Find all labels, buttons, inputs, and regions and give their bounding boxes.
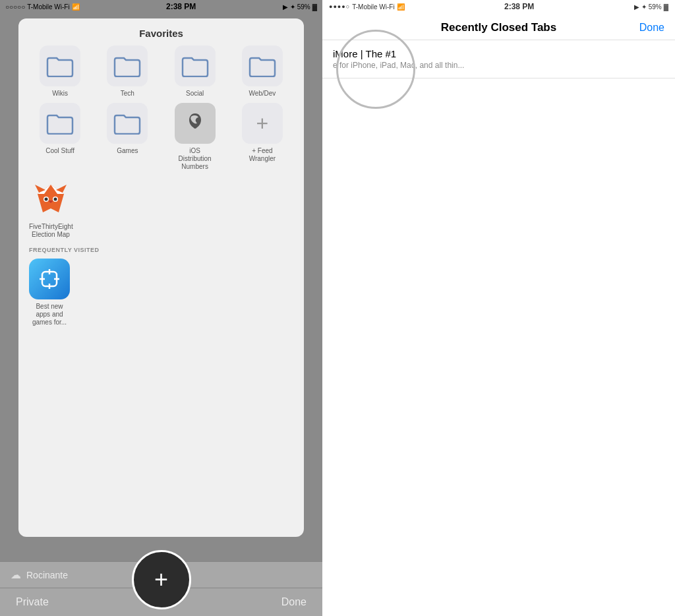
fav-wikis-icon [40,46,80,86]
fav-feed-wrangler[interactable]: + + Feed Wrangler [231,103,293,171]
status-bar-right: ●●●●○ T-Mobile Wi-Fi 📶 2:38 PM ▶ ✦ 59% ▓ [322,0,675,13]
svg-point-5 [45,198,48,201]
safari-sheet: Favorites Wikis [18,18,304,537]
svg-point-6 [54,198,57,201]
time-right: 2:38 PM [504,2,534,11]
location-icon-left: ▶ [283,3,288,11]
freq-appstore[interactable]: Best new apps and games for... [29,259,70,326]
fav-webdev-label: Web/Dev [249,90,276,98]
fav-wikis-label: Wikis [52,90,68,98]
fav-fox-icon [30,179,71,220]
done-button-right[interactable]: Done [639,22,664,34]
status-bar-left: ○○○○○ T-Mobile Wi-Fi 📶 2:38 PM ▶ ✦ 59% ▓ [0,0,322,13]
plus-icon: + [154,568,168,592]
signal-dots: ○○○○○ [5,3,25,11]
fav-ios-dist[interactable]: iOS Distribution Numbers [164,103,226,171]
fav-feed-wrangler-icon: + [242,103,283,144]
fav-social-label: Social [186,90,204,98]
favorites-grid: Wikis Tech Social [18,46,304,179]
bluetooth-icon-left: ✦ [290,3,295,11]
signal-carrier: ○○○○○ T-Mobile Wi-Fi 📶 [5,3,80,11]
fav-wikis[interactable]: Wikis [29,46,91,98]
carrier-name: T-Mobile Wi-Fi [27,3,69,11]
carrier-right: T-Mobile Wi-Fi [352,3,394,11]
fav-coolstuff-label: Cool Stuff [45,147,74,155]
fav-fivethirtyeight[interactable]: FiveThirtyEight Election Map [29,179,73,239]
battery-left: 59% [297,3,310,11]
tab-imore-title: iMore | The #1 [333,48,664,59]
time-left: 2:38 PM [166,2,196,11]
bottom-bar: ☁ Rocinante Private + Done [0,537,322,616]
fav-tech-label: Tech [121,90,134,98]
battery-bar-left: ▓ [312,3,317,11]
bluetooth-icon-right: ✦ [641,3,647,11]
closed-tab-imore[interactable]: iMore | The #1 e for iPhone, iPad, Mac, … [322,40,675,78]
recently-closed-header: Recently Closed Tabs Done [322,13,675,40]
fav-tech[interactable]: Tech [96,46,158,98]
fav-games-icon [107,103,148,144]
fav-tech-icon [107,46,148,86]
done-button-left[interactable]: Done [281,596,307,608]
icloud-label: Rocinante [26,570,68,580]
tab-imore-url: e for iPhone, iPad, Mac, and all thin... [333,61,664,70]
fav-games[interactable]: Games [96,103,158,171]
wifi-icon: 📶 [72,3,80,11]
fav-social-icon [175,46,216,86]
signal-carrier-right: ●●●●○ T-Mobile Wi-Fi 📶 [329,3,405,11]
fav-coolstuff-icon [40,103,80,144]
recently-closed-title: Recently Closed Tabs [441,21,556,34]
signal-dots-right: ●●●●○ [329,3,350,10]
private-button[interactable]: Private [16,596,49,608]
battery-right-group: ▶ ✦ 59% ▓ [634,3,668,11]
right-panel: ●●●●○ T-Mobile Wi-Fi 📶 2:38 PM ▶ ✦ 59% ▓… [322,0,675,616]
freq-appstore-label: Best new apps and games for... [29,303,70,326]
fav-webdev-icon [242,46,283,86]
frequently-visited-section: FREQUENTLY VISITED Best new apps and gam… [18,247,304,332]
location-icon-right: ▶ [634,3,639,11]
fav-coolstuff[interactable]: Cool Stuff [29,103,91,171]
closed-tabs-list: iMore | The #1 e for iPhone, iPad, Mac, … [322,40,675,78]
fav-feed-wrangler-label: + Feed Wrangler [241,147,284,163]
new-tab-button[interactable]: + [132,550,191,609]
icloud-icon: ☁ [11,569,21,581]
fav-fivethirtyeight-label: FiveThirtyEight Election Map [29,223,73,239]
left-panel: ○○○○○ T-Mobile Wi-Fi 📶 2:38 PM ▶ ✦ 59% ▓… [0,0,322,616]
freq-appstore-icon [29,259,70,299]
battery-bar-right: ▓ [664,3,668,11]
fav-webdev[interactable]: Web/Dev [231,46,293,98]
wifi-icon-right: 📶 [397,3,405,11]
freq-visited-title: FREQUENTLY VISITED [29,247,293,253]
favorites-title: Favorites [18,18,304,46]
tab-actions: Private + Done [0,588,322,616]
battery-right: 59% [649,3,662,11]
fav-social[interactable]: Social [164,46,226,98]
tab-imore-info: iMore | The #1 e for iPhone, iPad, Mac, … [333,48,664,70]
sheet-content: Favorites Wikis [18,18,304,537]
right-status-left: ▶ ✦ 59% ▓ [283,3,317,11]
fav-ios-dist-icon [175,103,216,144]
fav-games-label: Games [117,147,138,155]
fav-ios-dist-label: iOS Distribution Numbers [173,147,217,171]
